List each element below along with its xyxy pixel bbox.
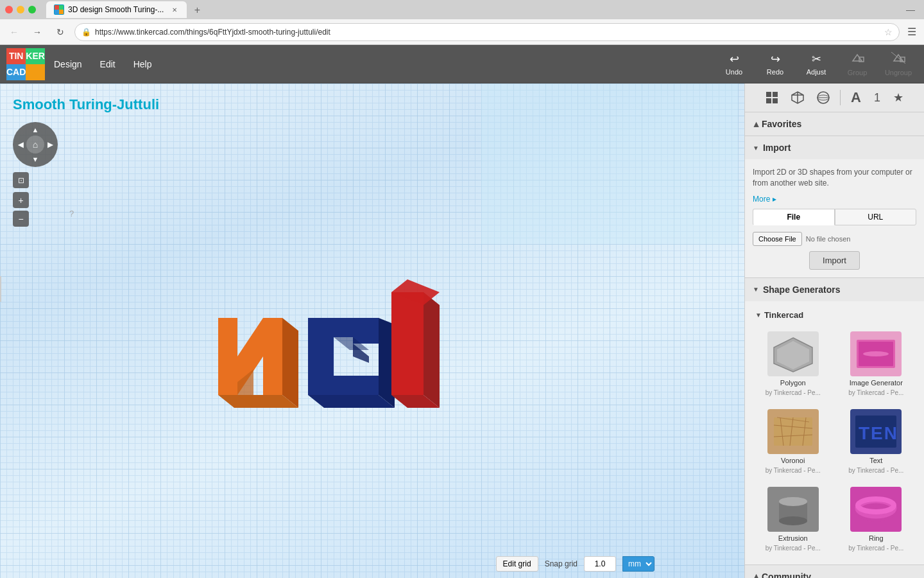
fit-view-button[interactable]: ⊡ xyxy=(13,172,29,188)
shape-author-image-generator: by Tinkercad - Pe... xyxy=(848,389,903,396)
minimize-button[interactable] xyxy=(17,6,24,13)
choose-file-button[interactable]: Choose File xyxy=(753,232,802,246)
cube-view-button[interactable] xyxy=(787,87,808,108)
text-shape-button[interactable]: A xyxy=(847,88,865,107)
logo-cad: CAD xyxy=(6,64,26,80)
new-tab-button[interactable]: + xyxy=(189,3,205,18)
bookmark-icon[interactable]: ☆ xyxy=(884,27,893,37)
title-bar: 3D design Smooth Turing-... ✕ + — xyxy=(0,0,924,19)
svg-marker-22 xyxy=(424,292,440,408)
favorites-section: ▶ Favorites xyxy=(745,112,924,136)
nav-controls: ▲ ▼ ◀ ▶ ⌂ ⊡ + − xyxy=(13,122,58,227)
file-tab[interactable]: File xyxy=(753,209,835,225)
pan-right-button[interactable]: ▶ xyxy=(44,139,56,150)
svg-rect-1 xyxy=(59,5,64,10)
redo-button[interactable]: ↪ Redo xyxy=(756,48,794,80)
favorite-shape-button[interactable]: ★ xyxy=(889,89,907,106)
shape-item-image-generator[interactable]: Image Generator by Tinkercad - Pe... xyxy=(837,328,916,400)
favorites-label: Favorites xyxy=(762,119,801,129)
maximize-button[interactable] xyxy=(28,6,36,13)
import-header[interactable]: ▼ Import xyxy=(745,136,924,159)
canvas-area[interactable]: Smooth Turing-Juttuli ? ▲ ▼ ◀ ▶ ⌂ ⊡ + − xyxy=(0,83,744,578)
pan-down-button[interactable]: ▼ xyxy=(30,153,41,165)
shape-thumbnail-polygon xyxy=(767,331,819,376)
grid-view-button[interactable] xyxy=(762,87,782,108)
shape-item-extrusion[interactable]: Extrusion by Tinkercad - Pe... xyxy=(754,483,832,556)
close-button[interactable] xyxy=(5,6,13,13)
address-bar[interactable]: 🔒 https://www.tinkercad.com/things/6qFtt… xyxy=(74,23,900,41)
zoom-in-button[interactable]: + xyxy=(13,192,29,208)
help-menu-item[interactable]: Help xyxy=(124,54,161,74)
shape-generators-header[interactable]: ▼ Shape Generators xyxy=(745,278,924,301)
active-tab[interactable]: 3D design Smooth Turing-... ✕ xyxy=(46,1,187,18)
import-label: Import xyxy=(763,143,791,153)
window-min-controls: — xyxy=(902,4,919,15)
logo-tin: TIN xyxy=(6,48,26,64)
svg-rect-0 xyxy=(55,5,59,10)
pan-up-button[interactable]: ▲ xyxy=(30,124,41,136)
undo-button[interactable]: ↩ Undo xyxy=(715,48,753,80)
undo-icon: ↩ xyxy=(730,52,739,66)
edit-menu-item[interactable]: Edit xyxy=(91,54,124,74)
shape-item-text[interactable]: TENT Text by Tinkercad - Pe... xyxy=(837,405,916,478)
snap-unit-dropdown[interactable]: mm xyxy=(622,556,654,572)
sphere-view-button[interactable] xyxy=(813,87,834,108)
community-arrow-icon: ▶ xyxy=(752,574,759,578)
question-mark[interactable]: ? xyxy=(69,209,74,218)
zoom-controls: ⊡ + − xyxy=(13,172,58,227)
shape-name-ring: Ring xyxy=(869,534,884,542)
tab-close-icon[interactable]: ✕ xyxy=(170,5,179,14)
svg-rect-25 xyxy=(766,92,771,97)
import-description: Import 2D or 3D shapes from your compute… xyxy=(753,167,916,189)
tinkercad-logo[interactable]: TIN KER CAD xyxy=(6,48,38,80)
adjust-button[interactable]: ✂ Adjust xyxy=(797,48,835,80)
community-label: Community xyxy=(762,572,811,578)
tinkercad-subsection-header[interactable]: ▼ Tinkercad xyxy=(750,306,919,324)
window-buttons xyxy=(5,6,36,13)
svg-rect-3 xyxy=(59,10,64,14)
window-minimize-icon[interactable]: — xyxy=(902,4,919,15)
browser-menu-icon[interactable]: ☰ xyxy=(905,26,919,38)
direction-pad[interactable]: ▲ ▼ ◀ ▶ ⌂ xyxy=(13,122,58,167)
snap-value-input[interactable] xyxy=(584,556,616,572)
home-view-button[interactable]: ⌂ xyxy=(26,136,44,153)
ungroup-button[interactable]: Ungroup xyxy=(879,48,918,80)
shape-item-polygon[interactable]: Polygon by Tinkercad - Pe... xyxy=(754,328,832,400)
zoom-out-button[interactable]: − xyxy=(13,211,29,227)
app-container: TIN KER CAD Design Edit Help ↩ Undo ↪ Re… xyxy=(0,45,924,578)
toolbar-divider xyxy=(840,90,841,105)
pan-left-button[interactable]: ◀ xyxy=(15,139,26,150)
forward-button[interactable]: → xyxy=(28,23,46,41)
shape-item-voronoi[interactable]: Voronoi by Tinkercad - Pe... xyxy=(754,405,832,478)
toolbar: ↩ Undo ↪ Redo ✂ Adjust Group xyxy=(715,48,918,80)
canvas-title[interactable]: Smooth Turing-Juttuli xyxy=(13,96,159,113)
shape-thumbnail-image-generator xyxy=(850,331,902,376)
url-tab[interactable]: URL xyxy=(835,209,917,225)
design-menu-item[interactable]: Design xyxy=(45,54,91,74)
shape-generators-section: ▼ Shape Generators ▼ Tinkercad xyxy=(745,278,924,565)
3d-scene[interactable] xyxy=(180,215,501,472)
panel-collapse-button[interactable]: › xyxy=(0,276,1,302)
shape-generators-label: Shape Generators xyxy=(763,285,841,295)
browser-toolbar: ← → ↻ 🔒 https://www.tinkercad.com/things… xyxy=(0,19,924,45)
edit-grid-button[interactable]: Edit grid xyxy=(496,556,538,572)
import-more-link[interactable]: More ▸ xyxy=(753,195,776,204)
number-shape-button[interactable]: 1 xyxy=(870,90,884,106)
shape-thumbnail-voronoi xyxy=(767,409,819,454)
community-header[interactable]: ▶ Community xyxy=(745,565,924,578)
shape-item-ring[interactable]: Ring by Tinkercad - Pe... xyxy=(837,483,916,556)
tab-favicon xyxy=(54,4,64,15)
back-button[interactable]: ← xyxy=(5,23,23,41)
logo-ker: KER xyxy=(26,48,45,64)
logo-4th xyxy=(26,64,45,80)
shape-generators-arrow-icon: ▼ xyxy=(753,286,759,293)
import-button[interactable]: Import xyxy=(809,251,860,270)
favorites-header[interactable]: ▶ Favorites xyxy=(745,112,924,136)
svg-marker-4 xyxy=(853,55,862,61)
tab-area: 3D design Smooth Turing-... ✕ + xyxy=(46,1,897,18)
redo-label: Redo xyxy=(767,68,783,76)
group-button[interactable]: Group xyxy=(838,48,877,80)
refresh-button[interactable]: ↻ xyxy=(51,23,69,41)
right-panel: A 1 ★ ▶ Favorites ▼ Import Import 2D or … xyxy=(744,83,924,578)
panel-toolbar: A 1 ★ xyxy=(745,83,924,112)
